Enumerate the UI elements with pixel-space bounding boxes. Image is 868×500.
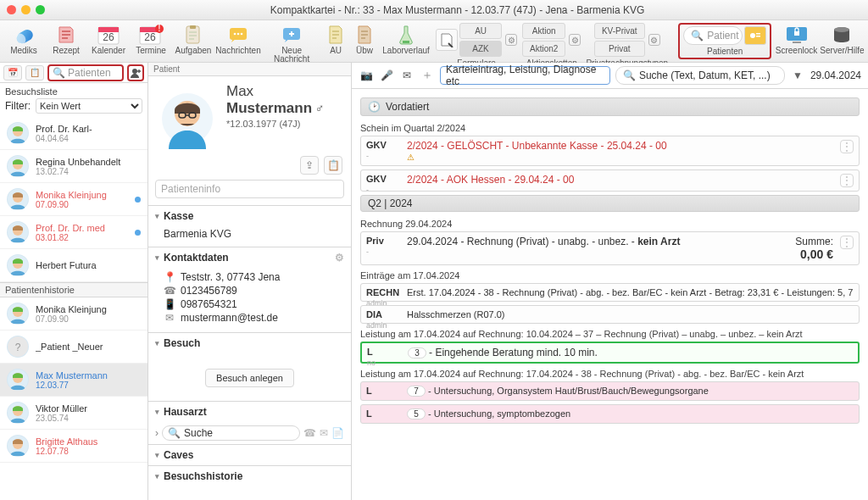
map-icon: 📍: [164, 271, 175, 283]
kv-privat[interactable]: KV-Privat: [594, 23, 645, 39]
section-besuchsliste: Besuchsliste: [0, 83, 147, 98]
patient-share-button[interactable]: ⇪: [300, 156, 319, 175]
hausarzt-search[interactable]: 🔍Suche: [162, 425, 300, 441]
svg-point-27: [132, 69, 137, 74]
list-item[interactable]: Herbert Futura: [0, 249, 147, 282]
formular-au[interactable]: AU: [459, 23, 502, 39]
svg-rect-23: [793, 42, 801, 43]
patient-avatar: [157, 83, 218, 151]
acc-besuchshistorie[interactable]: ▾Besuchshistorie: [148, 466, 351, 486]
band-vordatiert[interactable]: 🕑Vordatiert: [360, 97, 860, 116]
svg-point-13: [234, 33, 236, 36]
list-item[interactable]: Brigitte Althaus12.07.78: [0, 430, 147, 463]
aktion-2[interactable]: Aktion2: [522, 41, 565, 57]
filter-select[interactable]: Kein Wert: [36, 98, 142, 114]
acc-hausarzt[interactable]: ▾Hausarzt: [148, 402, 351, 422]
eintrag-row[interactable]: RECHNadminErst. 17.04.2024 - 38 - Rechnu…: [360, 283, 860, 302]
aufgaben-button[interactable]: Aufgaben: [175, 23, 212, 55]
mediks-button[interactable]: Mediks: [5, 23, 42, 55]
mail-icon[interactable]: ✉: [320, 427, 328, 439]
svg-text:26: 26: [103, 31, 114, 43]
history-list: Monika Kleinjung07.09.90?_Patient _Neuer…: [0, 297, 147, 500]
au-button[interactable]: AU: [324, 23, 348, 55]
nachrichten-button[interactable]: Nachrichten: [217, 23, 259, 55]
sidebar-tab-list[interactable]: 📋: [25, 65, 44, 81]
schein-row[interactable]: GKV-2/2024 - GELÖSCHT - Unbekannte Kasse…: [360, 136, 860, 166]
list-item[interactable]: Max Mustermann12.03.77: [0, 364, 147, 397]
gear-icon[interactable]: ⚙: [648, 34, 660, 46]
phone-icon[interactable]: ☎: [303, 427, 316, 439]
schein-row[interactable]: GKV-2/2024 - AOK Hessen - 29.04.24 - 00⋮: [360, 169, 860, 192]
band-q2[interactable]: Q2 | 2024: [360, 195, 860, 212]
svg-rect-21: [756, 36, 760, 37]
acc-caves[interactable]: ▾Caves: [148, 445, 351, 465]
status-dot: [135, 230, 141, 236]
serverhelp-button[interactable]: Server/Hilfe: [821, 23, 863, 55]
rechnung-row[interactable]: Priv - 29.04.2024 - Rechnung (Privat) - …: [360, 231, 860, 265]
list-item[interactable]: Prof. Dr. Dr. med03.01.82: [0, 216, 147, 249]
timeline-date[interactable]: 29.04.2024: [810, 69, 861, 81]
leistung-row[interactable]: L no 3 - Eingehende Beratung mind. 10 mi…: [360, 342, 860, 364]
leistung-row[interactable]: L7 - Untersuchung, Organsystem Haut/Brus…: [360, 381, 860, 401]
list-item[interactable]: ?_Patient _Neuer: [0, 331, 147, 364]
uebw-button[interactable]: Übw: [353, 23, 376, 55]
list-item[interactable]: Viktor Müller23.05.74: [0, 397, 147, 430]
rechnung-header: Rechnung 29.04.2024: [360, 219, 860, 229]
mic-icon[interactable]: 🎤: [379, 68, 394, 83]
patient-card-icon[interactable]: [744, 26, 766, 45]
chevron-down-icon: ▾: [155, 408, 159, 416]
aktion-1[interactable]: Aktion: [522, 23, 565, 39]
rezept-button[interactable]: Rezept: [47, 23, 85, 55]
kalender-button[interactable]: 26 Kalender: [90, 23, 127, 55]
camera-icon[interactable]: 📷: [359, 68, 374, 83]
add-entry-button[interactable]: ＋: [420, 68, 435, 83]
laborverlauf-button[interactable]: Laborverlauf: [381, 23, 431, 55]
entry-input[interactable]: Karteieintrag, Leistung, Diagnose etc: [440, 66, 610, 85]
patient-clipboard-button[interactable]: 📋: [324, 156, 342, 175]
close-icon[interactable]: [7, 5, 16, 14]
add-patient-button[interactable]: [127, 64, 144, 81]
privat[interactable]: Privat: [594, 41, 645, 57]
chevron-down-icon: ▾: [155, 472, 159, 481]
sidebar-search[interactable]: 🔍 Patienten: [47, 64, 124, 81]
acc-kontakt[interactable]: ▾Kontaktdaten⚙: [148, 247, 351, 268]
list-item[interactable]: Monika Kleinjung07.09.90: [0, 183, 147, 216]
sidebar-tab-calendar[interactable]: 📅: [3, 65, 22, 81]
mail-icon[interactable]: ✉: [399, 68, 415, 83]
list-item[interactable]: Monika Kleinjung07.09.90: [0, 297, 147, 331]
timeline-search[interactable]: 🔍Suche (Text, Datum, KET, ...): [615, 66, 785, 85]
formulare-pick-icon[interactable]: [436, 29, 458, 51]
avatar: [7, 402, 29, 424]
minimize-icon[interactable]: [21, 5, 31, 14]
termine-button[interactable]: 26! Termine: [132, 23, 170, 55]
avatar: [7, 369, 29, 391]
chevron-right-icon[interactable]: ›: [155, 427, 159, 439]
list-item[interactable]: Prof. Dr. Karl-04.04.64: [0, 117, 147, 150]
leistung-row[interactable]: L5 - Untersuchung, symptombezogen: [360, 404, 860, 424]
maximize-icon[interactable]: [36, 5, 45, 14]
avatar: [7, 435, 29, 457]
filter-icon[interactable]: ▼: [790, 68, 805, 83]
screenlock-button[interactable]: Screenlock: [776, 23, 816, 55]
leist1-header: Leistung am 17.04.2024 auf Rechnung: 10.…: [360, 329, 860, 339]
doc-icon[interactable]: 📄: [331, 427, 344, 439]
besuch-anlegen-button[interactable]: Besuch anlegen: [205, 369, 294, 387]
row-menu-icon[interactable]: ⋮: [840, 174, 854, 187]
formular-azk[interactable]: AZK: [459, 41, 502, 57]
acc-besuch[interactable]: ▾Besuch: [148, 333, 351, 353]
gear-icon[interactable]: ⚙: [335, 252, 344, 264]
gear-icon[interactable]: ⚙: [569, 34, 581, 46]
svg-point-19: [750, 33, 755, 38]
list-item[interactable]: Regina Unbehandelt13.02.74: [0, 150, 147, 183]
row-menu-icon[interactable]: ⋮: [840, 140, 854, 153]
aktionsketten-group: Aktion Aktion2 ⚙ Aktionsketten: [522, 23, 581, 68]
acc-kasse[interactable]: ▾Kasse: [148, 206, 351, 226]
neue-nachricht-button[interactable]: Neue Nachricht: [264, 23, 319, 64]
mobile-icon: 📱: [164, 298, 175, 310]
patient-search-top[interactable]: 🔍 Patient: [683, 26, 743, 45]
gear-icon[interactable]: ⚙: [505, 34, 517, 46]
patienteninfo-input[interactable]: Patienteninfo: [155, 180, 344, 198]
eintrag-row[interactable]: DIAadminHalsschmerzen (R07.0): [360, 305, 860, 324]
row-menu-icon[interactable]: ⋮: [840, 236, 854, 249]
window-controls[interactable]: [7, 5, 45, 14]
